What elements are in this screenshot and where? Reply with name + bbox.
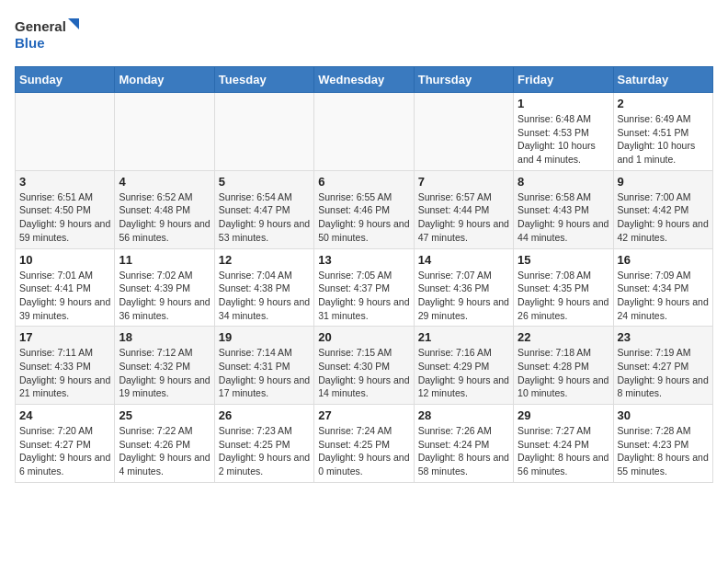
day-info: Sunrise: 7:07 AM Sunset: 4:36 PM Dayligh… xyxy=(418,269,509,323)
week-row-5: 24Sunrise: 7:20 AM Sunset: 4:27 PM Dayli… xyxy=(16,405,713,483)
calendar-cell: 19Sunrise: 7:14 AM Sunset: 4:31 PM Dayli… xyxy=(214,327,313,405)
day-info: Sunrise: 7:22 AM Sunset: 4:26 PM Dayligh… xyxy=(119,424,210,478)
calendar-cell: 3Sunrise: 6:51 AM Sunset: 4:50 PM Daylig… xyxy=(16,170,115,248)
calendar-cell: 28Sunrise: 7:26 AM Sunset: 4:24 PM Dayli… xyxy=(414,405,513,483)
calendar-cell: 18Sunrise: 7:12 AM Sunset: 4:32 PM Dayli… xyxy=(115,327,214,405)
calendar-cell: 22Sunrise: 7:18 AM Sunset: 4:28 PM Dayli… xyxy=(514,327,613,405)
calendar-cell: 16Sunrise: 7:09 AM Sunset: 4:34 PM Dayli… xyxy=(613,248,712,327)
day-number: 15 xyxy=(518,253,609,267)
day-number: 12 xyxy=(219,253,310,267)
day-header-sunday: Sunday xyxy=(16,67,115,93)
day-number: 21 xyxy=(418,330,509,344)
day-info: Sunrise: 7:09 AM Sunset: 4:34 PM Dayligh… xyxy=(618,269,709,323)
day-number: 16 xyxy=(618,253,709,267)
day-info: Sunrise: 7:26 AM Sunset: 4:24 PM Dayligh… xyxy=(418,424,509,478)
day-header-thursday: Thursday xyxy=(414,67,513,93)
calendar-cell: 29Sunrise: 7:27 AM Sunset: 4:24 PM Dayli… xyxy=(514,405,613,483)
day-info: Sunrise: 6:51 AM Sunset: 4:50 PM Dayligh… xyxy=(19,190,110,245)
day-number: 24 xyxy=(19,408,110,422)
week-row-2: 3Sunrise: 6:51 AM Sunset: 4:50 PM Daylig… xyxy=(16,170,713,248)
svg-marker-2 xyxy=(68,18,79,29)
day-number: 25 xyxy=(119,408,210,422)
day-info: Sunrise: 7:19 AM Sunset: 4:27 PM Dayligh… xyxy=(618,346,709,400)
calendar-cell: 20Sunrise: 7:15 AM Sunset: 4:30 PM Dayli… xyxy=(314,327,414,405)
day-number: 13 xyxy=(318,253,409,267)
day-number: 22 xyxy=(518,330,609,344)
day-header-saturday: Saturday xyxy=(613,67,712,93)
day-number: 27 xyxy=(318,408,409,422)
day-info: Sunrise: 7:12 AM Sunset: 4:32 PM Dayligh… xyxy=(119,346,210,400)
calendar-cell: 8Sunrise: 6:58 AM Sunset: 4:43 PM Daylig… xyxy=(514,170,613,248)
calendar-cell: 5Sunrise: 6:54 AM Sunset: 4:47 PM Daylig… xyxy=(214,170,313,248)
day-info: Sunrise: 7:24 AM Sunset: 4:25 PM Dayligh… xyxy=(318,424,409,478)
day-info: Sunrise: 6:52 AM Sunset: 4:48 PM Dayligh… xyxy=(119,190,210,245)
day-number: 8 xyxy=(518,175,609,189)
day-info: Sunrise: 7:11 AM Sunset: 4:33 PM Dayligh… xyxy=(19,346,110,400)
day-info: Sunrise: 7:28 AM Sunset: 4:23 PM Dayligh… xyxy=(618,424,709,478)
week-row-3: 10Sunrise: 7:01 AM Sunset: 4:41 PM Dayli… xyxy=(16,248,713,327)
calendar-cell: 6Sunrise: 6:55 AM Sunset: 4:46 PM Daylig… xyxy=(314,170,414,248)
calendar-cell xyxy=(414,93,513,171)
calendar-cell: 14Sunrise: 7:07 AM Sunset: 4:36 PM Dayli… xyxy=(414,248,513,327)
calendar-cell xyxy=(115,93,214,171)
calendar-cell xyxy=(16,93,115,171)
day-number: 4 xyxy=(119,175,210,189)
calendar-cell: 2Sunrise: 6:49 AM Sunset: 4:51 PM Daylig… xyxy=(613,93,712,171)
day-number: 19 xyxy=(219,330,310,344)
day-number: 3 xyxy=(19,175,110,189)
day-number: 30 xyxy=(618,408,709,422)
calendar-cell: 13Sunrise: 7:05 AM Sunset: 4:37 PM Dayli… xyxy=(314,248,414,327)
calendar-cell: 30Sunrise: 7:28 AM Sunset: 4:23 PM Dayli… xyxy=(613,405,712,483)
day-info: Sunrise: 7:18 AM Sunset: 4:28 PM Dayligh… xyxy=(518,346,609,400)
day-info: Sunrise: 7:20 AM Sunset: 4:27 PM Dayligh… xyxy=(19,424,110,478)
calendar-table: SundayMondayTuesdayWednesdayThursdayFrid… xyxy=(15,66,713,483)
day-number: 11 xyxy=(119,253,210,267)
day-number: 14 xyxy=(418,253,509,267)
day-info: Sunrise: 6:49 AM Sunset: 4:51 PM Dayligh… xyxy=(618,112,709,167)
calendar-cell: 9Sunrise: 7:00 AM Sunset: 4:42 PM Daylig… xyxy=(613,170,712,248)
calendar-cell: 15Sunrise: 7:08 AM Sunset: 4:35 PM Dayli… xyxy=(514,248,613,327)
calendar-cell: 1Sunrise: 6:48 AM Sunset: 4:53 PM Daylig… xyxy=(514,93,613,171)
day-info: Sunrise: 6:48 AM Sunset: 4:53 PM Dayligh… xyxy=(518,112,609,167)
week-row-1: 1Sunrise: 6:48 AM Sunset: 4:53 PM Daylig… xyxy=(16,93,713,171)
calendar-cell: 25Sunrise: 7:22 AM Sunset: 4:26 PM Dayli… xyxy=(115,405,214,483)
day-info: Sunrise: 7:23 AM Sunset: 4:25 PM Dayligh… xyxy=(219,424,310,478)
day-header-monday: Monday xyxy=(115,67,214,93)
day-number: 18 xyxy=(119,330,210,344)
day-info: Sunrise: 6:54 AM Sunset: 4:47 PM Dayligh… xyxy=(219,190,310,245)
day-number: 20 xyxy=(318,330,409,344)
day-info: Sunrise: 7:00 AM Sunset: 4:42 PM Dayligh… xyxy=(618,190,709,245)
day-header-wednesday: Wednesday xyxy=(314,67,414,93)
day-number: 17 xyxy=(19,330,110,344)
calendar-cell: 27Sunrise: 7:24 AM Sunset: 4:25 PM Dayli… xyxy=(314,405,414,483)
day-number: 28 xyxy=(418,408,509,422)
logo: General Blue xyxy=(15,15,88,55)
calendar-cell xyxy=(214,93,313,171)
day-info: Sunrise: 6:57 AM Sunset: 4:44 PM Dayligh… xyxy=(418,190,509,245)
header: General Blue xyxy=(15,15,713,55)
day-info: Sunrise: 7:27 AM Sunset: 4:24 PM Dayligh… xyxy=(518,424,609,478)
day-info: Sunrise: 7:05 AM Sunset: 4:37 PM Dayligh… xyxy=(318,269,409,323)
day-info: Sunrise: 7:14 AM Sunset: 4:31 PM Dayligh… xyxy=(219,346,310,400)
svg-text:General: General xyxy=(15,18,66,34)
day-info: Sunrise: 7:08 AM Sunset: 4:35 PM Dayligh… xyxy=(518,269,609,323)
day-info: Sunrise: 6:55 AM Sunset: 4:46 PM Dayligh… xyxy=(318,190,409,245)
day-number: 9 xyxy=(618,175,709,189)
day-info: Sunrise: 7:16 AM Sunset: 4:29 PM Dayligh… xyxy=(418,346,509,400)
calendar-cell: 7Sunrise: 6:57 AM Sunset: 4:44 PM Daylig… xyxy=(414,170,513,248)
week-row-4: 17Sunrise: 7:11 AM Sunset: 4:33 PM Dayli… xyxy=(16,327,713,405)
calendar-cell xyxy=(314,93,414,171)
day-info: Sunrise: 7:15 AM Sunset: 4:30 PM Dayligh… xyxy=(318,346,409,400)
calendar-cell: 11Sunrise: 7:02 AM Sunset: 4:39 PM Dayli… xyxy=(115,248,214,327)
day-info: Sunrise: 7:01 AM Sunset: 4:41 PM Dayligh… xyxy=(19,269,110,323)
calendar-cell: 12Sunrise: 7:04 AM Sunset: 4:38 PM Dayli… xyxy=(214,248,313,327)
calendar-cell: 21Sunrise: 7:16 AM Sunset: 4:29 PM Dayli… xyxy=(414,327,513,405)
day-header-friday: Friday xyxy=(514,67,613,93)
day-header-tuesday: Tuesday xyxy=(214,67,313,93)
day-number: 7 xyxy=(418,175,509,189)
day-number: 29 xyxy=(518,408,609,422)
calendar-cell: 26Sunrise: 7:23 AM Sunset: 4:25 PM Dayli… xyxy=(214,405,313,483)
svg-text:Blue: Blue xyxy=(15,35,45,51)
day-number: 5 xyxy=(219,175,310,189)
calendar-cell: 23Sunrise: 7:19 AM Sunset: 4:27 PM Dayli… xyxy=(613,327,712,405)
